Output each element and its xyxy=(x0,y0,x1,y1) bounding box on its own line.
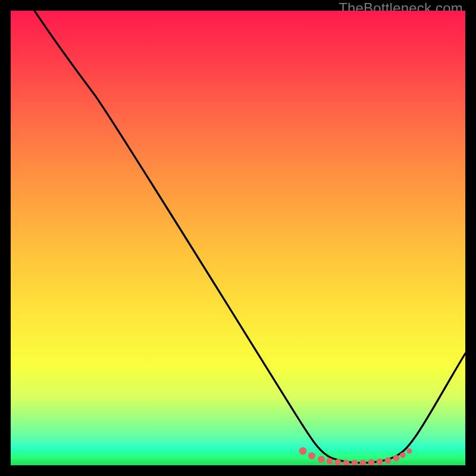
main-curve xyxy=(35,11,465,463)
curve-svg xyxy=(11,11,465,465)
bead-group xyxy=(299,447,412,466)
bead xyxy=(318,456,325,463)
bead xyxy=(343,460,350,466)
bead xyxy=(352,460,358,466)
bead xyxy=(360,460,367,466)
bead xyxy=(400,452,406,458)
bead xyxy=(299,447,307,455)
bead xyxy=(393,455,400,462)
bead xyxy=(335,459,342,466)
bead xyxy=(385,458,392,464)
bead xyxy=(368,459,375,466)
chart-plot-area xyxy=(11,11,465,465)
bead xyxy=(308,452,315,459)
bead xyxy=(407,449,412,454)
bead xyxy=(377,459,383,465)
bead xyxy=(327,458,333,465)
